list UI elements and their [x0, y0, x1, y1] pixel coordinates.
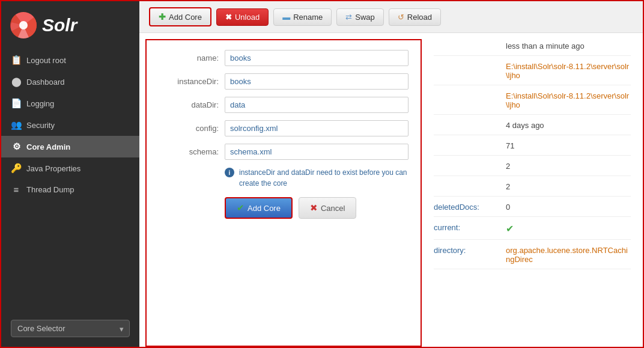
- solr-logo-icon: [8, 10, 38, 40]
- sidebar-item-logging[interactable]: 📄 Logging: [1, 93, 139, 114]
- right-panel: less than a minute ago E:\install\Solr\s…: [422, 33, 643, 347]
- svg-point-2: [19, 21, 28, 29]
- sidebar-item-java-properties-label: Java Properties: [26, 164, 80, 173]
- sidebar-item-core-admin[interactable]: ⚙ Core Admin: [1, 136, 139, 157]
- instance-dir-input[interactable]: [225, 73, 409, 90]
- config-label: config:: [159, 124, 219, 133]
- schema-label: schema:: [159, 147, 219, 156]
- right-label-2: [434, 91, 506, 109]
- security-icon: 👥: [11, 120, 22, 130]
- right-row-9: directory: org.apache.lucene.store.NRTCa…: [434, 246, 631, 269]
- sidebar-item-dashboard-label: Dashboard: [26, 78, 65, 87]
- unload-button-label: Unload: [235, 13, 260, 22]
- sidebar-item-java-properties[interactable]: 🔑 Java Properties: [1, 157, 139, 179]
- data-dir-label: dataDir:: [159, 100, 219, 109]
- solr-logo-text: Solr: [42, 15, 77, 35]
- name-label: name:: [159, 53, 219, 63]
- reload-button[interactable]: ↺ Reload: [389, 8, 441, 26]
- name-row: name:: [159, 50, 409, 66]
- info-box: i instanceDir and dataDir need to exist …: [225, 167, 409, 189]
- add-core-check-icon: ✔: [237, 203, 245, 213]
- logo-area: Solr: [1, 1, 139, 49]
- right-value-7: 0: [506, 203, 510, 212]
- dashboard-icon: ⬤: [11, 76, 22, 87]
- sidebar-item-security[interactable]: 👥 Security: [1, 114, 139, 136]
- right-value-9: org.apache.lucene.store.NRTCachingDirec: [506, 246, 631, 264]
- config-row: config:: [159, 120, 409, 136]
- sidebar-nav: 📋 Logout root ⬤ Dashboard 📄 Logging 👥 Se…: [1, 49, 139, 313]
- swap-button-label: Swap: [355, 13, 375, 22]
- right-row-6: 2: [434, 182, 631, 197]
- cancel-button-label: Cancel: [321, 204, 345, 213]
- right-row-0: less than a minute ago: [434, 41, 631, 56]
- instance-dir-label: instanceDir:: [159, 77, 219, 86]
- right-value-0: less than a minute ago: [506, 41, 585, 50]
- reload-button-label: Reload: [407, 13, 432, 22]
- data-dir-row: dataDir:: [159, 97, 409, 113]
- right-value-6: 2: [506, 182, 510, 191]
- core-selector-area: Core Selector: [1, 313, 139, 347]
- reload-icon: ↺: [398, 13, 404, 22]
- right-value-1: E:\install\Solr\solr-8.11.2\server\solr\…: [506, 62, 631, 80]
- cancel-x-icon: ✖: [310, 203, 318, 213]
- right-value-2: E:\install\Solr\solr-8.11.2\server\solr\…: [506, 91, 631, 109]
- right-row-5: 2: [434, 162, 631, 176]
- schema-row: schema:: [159, 144, 409, 160]
- sidebar-item-thread-dump-label: Thread Dump: [26, 185, 74, 194]
- sidebar: Solr 📋 Logout root ⬤ Dashboard 📄 Logging…: [1, 1, 139, 347]
- right-value-8: ✔: [506, 223, 514, 234]
- add-core-form: name: instanceDir: dataDir: config: sche…: [145, 39, 422, 347]
- right-label-1: [434, 62, 506, 80]
- right-row-3: 4 days ago: [434, 121, 631, 135]
- sidebar-item-core-admin-label: Core Admin: [26, 142, 70, 151]
- sidebar-item-dashboard[interactable]: ⬤ Dashboard: [1, 71, 139, 93]
- info-icon: i: [225, 168, 234, 177]
- content-area: name: instanceDir: dataDir: config: sche…: [139, 33, 643, 347]
- right-row-1: E:\install\Solr\solr-8.11.2\server\solr\…: [434, 62, 631, 85]
- logout-icon: 📋: [11, 55, 22, 66]
- sidebar-item-logout[interactable]: 📋 Logout root: [1, 49, 139, 71]
- add-core-button[interactable]: ✚ Add Core: [149, 7, 211, 26]
- instance-dir-row: instanceDir:: [159, 73, 409, 90]
- add-core-button-label: Add Core: [169, 13, 202, 22]
- right-label-5: [434, 162, 506, 171]
- right-row-4: 71: [434, 141, 631, 156]
- plus-icon: ✚: [159, 12, 166, 22]
- form-add-core-label: Add Core: [248, 204, 281, 213]
- right-label-7: deletedDocs:: [434, 203, 506, 212]
- info-text: instanceDir and dataDir need to exist be…: [239, 167, 409, 189]
- config-input[interactable]: [225, 120, 409, 136]
- right-label-9: directory:: [434, 246, 506, 264]
- rename-icon: ▬: [282, 13, 290, 22]
- right-row-8: current: ✔: [434, 223, 631, 240]
- sidebar-item-logging-label: Logging: [26, 99, 54, 108]
- right-label-6: [434, 182, 506, 191]
- right-row-7: deletedDocs: 0: [434, 203, 631, 217]
- data-dir-input[interactable]: [225, 97, 409, 113]
- core-selector-container: Core Selector: [11, 320, 130, 337]
- right-label-4: [434, 141, 506, 150]
- name-input[interactable]: [225, 50, 409, 66]
- unload-x-icon: ✖: [225, 13, 232, 22]
- java-properties-icon: 🔑: [11, 163, 22, 174]
- sidebar-item-logout-label: Logout root: [26, 56, 66, 65]
- core-selector-dropdown[interactable]: Core Selector: [11, 320, 130, 337]
- right-label-0: [434, 41, 506, 50]
- swap-button[interactable]: ⇄ Swap: [336, 8, 384, 26]
- core-admin-icon: ⚙: [11, 141, 22, 152]
- cancel-button[interactable]: ✖ Cancel: [299, 197, 356, 219]
- right-value-5: 2: [506, 162, 510, 171]
- form-actions: ✔ Add Core ✖ Cancel: [225, 197, 409, 219]
- unload-button[interactable]: ✖ Unload: [216, 8, 269, 26]
- main-content: ✚ Add Core ✖ Unload ▬ Rename ⇄ Swap ↺ Re…: [139, 1, 643, 347]
- swap-icon: ⇄: [345, 13, 352, 22]
- thread-dump-icon: ≡: [11, 185, 22, 195]
- toolbar: ✚ Add Core ✖ Unload ▬ Rename ⇄ Swap ↺ Re…: [139, 1, 643, 33]
- right-label-3: [434, 121, 506, 130]
- right-value-3: 4 days ago: [506, 121, 544, 130]
- schema-input[interactable]: [225, 144, 409, 160]
- rename-button-label: Rename: [293, 13, 323, 22]
- rename-button[interactable]: ▬ Rename: [273, 8, 332, 26]
- form-add-core-button[interactable]: ✔ Add Core: [225, 197, 293, 219]
- sidebar-item-thread-dump[interactable]: ≡ Thread Dump: [1, 179, 139, 200]
